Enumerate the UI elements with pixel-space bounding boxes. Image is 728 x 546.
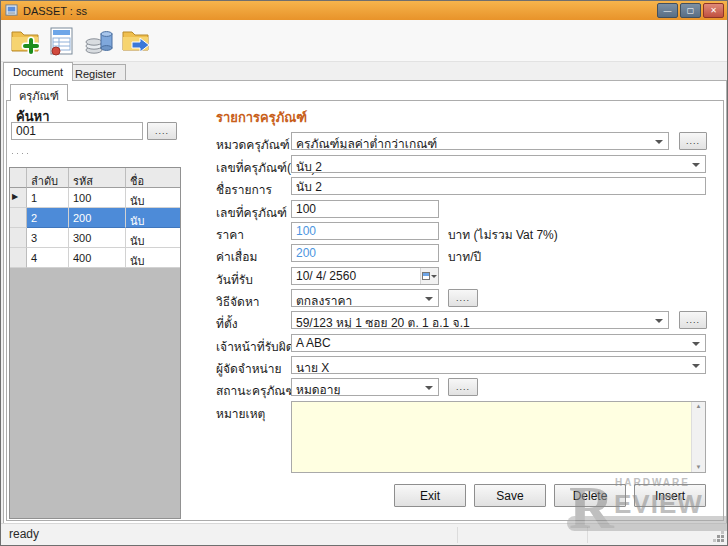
chevron-down-icon [431, 275, 437, 281]
search-browse-button[interactable]: .... [147, 122, 177, 140]
minimize-button[interactable]: — [657, 3, 678, 18]
remark-label: หมายเหตุ [216, 404, 265, 423]
report-icon [47, 26, 77, 56]
statusbar-divider [457, 527, 458, 543]
resize-grip[interactable] [713, 531, 725, 543]
location-browse-button[interactable]: .... [679, 311, 707, 329]
chevron-down-icon [425, 297, 433, 305]
category-browse-button[interactable]: .... [679, 132, 707, 150]
category-value: ครุภัณฑ์มูลค่าต่ำกว่าเกณฑ์ [296, 137, 437, 150]
procurement-browse-button[interactable]: .... [448, 289, 478, 307]
procurement-label: วิธีจัดหา [216, 292, 260, 311]
grid-selector-header [10, 168, 27, 188]
delete-button[interactable]: Delete [554, 484, 626, 507]
cell-name[interactable]: นับ [126, 188, 180, 208]
chevron-down-icon [655, 319, 663, 327]
received-date-value: 10/ 4/ 2560 [296, 269, 356, 283]
insert-button[interactable]: Insert [634, 484, 706, 507]
vendor-combobox[interactable]: นาย X [291, 356, 706, 374]
grid-header-name[interactable]: ชื่อ [126, 168, 180, 188]
cell-code[interactable]: 400 [69, 248, 126, 268]
splitter-handle[interactable] [10, 151, 28, 157]
row-selector [10, 208, 27, 228]
procurement-combobox[interactable]: ตกลงราคา [291, 289, 439, 307]
tab-document[interactable]: Document [3, 62, 73, 81]
cell-no[interactable]: 3 [27, 228, 69, 248]
cell-no[interactable]: 4 [27, 248, 69, 268]
asset-no-linked-combobox[interactable]: นับ 2 [291, 155, 706, 173]
grid-header-row: ลำดับ รหัส ชื่อ [10, 168, 180, 188]
window-controls: — ▢ ✕ [657, 3, 724, 18]
row-selector [10, 248, 27, 268]
vendor-label: ผู้จัดจำหน่าย [216, 359, 282, 378]
maximize-button[interactable]: ▢ [680, 3, 701, 18]
chevron-down-icon [692, 163, 700, 171]
chevron-down-icon [692, 342, 700, 350]
tab-asset[interactable]: ครุภัณฑ์ [10, 84, 68, 101]
location-value: 59/123 หมู่ 1 ซอย 20 ต. 1 อ.1 จ.1 [296, 316, 470, 329]
asset-no-label: เลขที่ครุภัณฑ์ [216, 203, 287, 222]
app-icon [5, 4, 18, 17]
status-combobox[interactable]: หมดอายุ [291, 378, 439, 396]
asset-no-input[interactable] [291, 200, 439, 218]
depreciation-unit-label: บาท/ปี [448, 247, 481, 266]
window-title: DASSET : ss [23, 5, 87, 17]
form-title: รายการครุภัณฑ์ [216, 107, 307, 128]
cell-no[interactable]: 1 [27, 188, 69, 208]
item-name-input[interactable] [291, 177, 706, 195]
price-input[interactable] [291, 222, 439, 240]
search-input[interactable] [11, 122, 143, 140]
table-row[interactable]: 3 300 นับ [10, 228, 180, 248]
save-button[interactable]: Save [474, 484, 546, 507]
calendar-dropdown-button[interactable] [420, 268, 438, 284]
location-combobox[interactable]: 59/123 หมู่ 1 ซอย 20 ต. 1 อ.1 จ.1 [291, 311, 669, 329]
responsible-combobox[interactable]: A ABC [291, 334, 706, 352]
row-selector [10, 228, 27, 248]
grid-header-no[interactable]: ลำดับ [27, 168, 69, 188]
category-combobox[interactable]: ครุภัณฑ์มูลค่าต่ำกว่าเกณฑ์ [291, 132, 669, 150]
category-label: หมวดครุภัณฑ์ [216, 135, 290, 154]
grid-header-code[interactable]: รหัส [69, 168, 126, 188]
procurement-value: ตกลงราคา [296, 294, 352, 307]
location-label: ที่ตั้ง [216, 314, 238, 333]
received-date-picker[interactable]: 10/ 4/ 2560 [291, 267, 439, 285]
depreciation-input[interactable] [291, 244, 439, 262]
exit-button-toolbar[interactable] [119, 24, 153, 58]
table-row[interactable]: ▶ 1 100 นับ [10, 188, 180, 208]
close-button[interactable]: ✕ [703, 3, 724, 18]
new-item-button[interactable] [8, 24, 42, 58]
received-date-label: วันที่รับ [216, 270, 253, 289]
titlebar[interactable]: DASSET : ss — ▢ ✕ [1, 1, 727, 20]
chevron-down-icon [655, 140, 663, 148]
chevron-down-icon [692, 364, 700, 372]
exit-button[interactable]: Exit [394, 484, 466, 507]
tab-register[interactable]: Register [65, 64, 126, 80]
price-unit-label: บาท (ไม่รวม Vat 7%) [448, 225, 558, 244]
cell-code[interactable]: 100 [69, 188, 126, 208]
exit-icon [121, 26, 151, 56]
cell-name[interactable]: นับ [126, 248, 180, 268]
responsible-value: A ABC [296, 336, 331, 350]
price-label: ราคา [216, 225, 244, 244]
item-name-label: ชื่อรายการ [216, 180, 272, 199]
asset-grid[interactable]: ลำดับ รหัส ชื่อ ▶ 1 100 นับ 2 200 นับ 3 … [9, 167, 181, 519]
table-row[interactable]: 4 400 นับ [10, 248, 180, 268]
scroll-down-icon: ▼ [692, 463, 705, 471]
cell-name[interactable]: นับ [126, 208, 180, 228]
statusbar-divider [587, 527, 588, 543]
status-bar: ready [1, 523, 727, 545]
remark-scrollbar[interactable]: ▲▼ [691, 402, 705, 472]
depreciation-label: ค่าเสื่อม [216, 247, 257, 266]
calendar-icon [422, 272, 430, 280]
table-row-selected[interactable]: 2 200 นับ [10, 208, 180, 228]
new-item-icon [10, 26, 40, 56]
status-browse-button[interactable]: .... [448, 378, 478, 396]
cell-no[interactable]: 2 [27, 208, 69, 228]
row-current-marker: ▶ [10, 188, 27, 208]
cell-code[interactable]: 200 [69, 208, 126, 228]
database-button[interactable] [82, 24, 116, 58]
report-button[interactable] [45, 24, 79, 58]
cell-code[interactable]: 300 [69, 228, 126, 248]
remark-textarea[interactable] [291, 401, 706, 473]
cell-name[interactable]: นับ [126, 228, 180, 248]
